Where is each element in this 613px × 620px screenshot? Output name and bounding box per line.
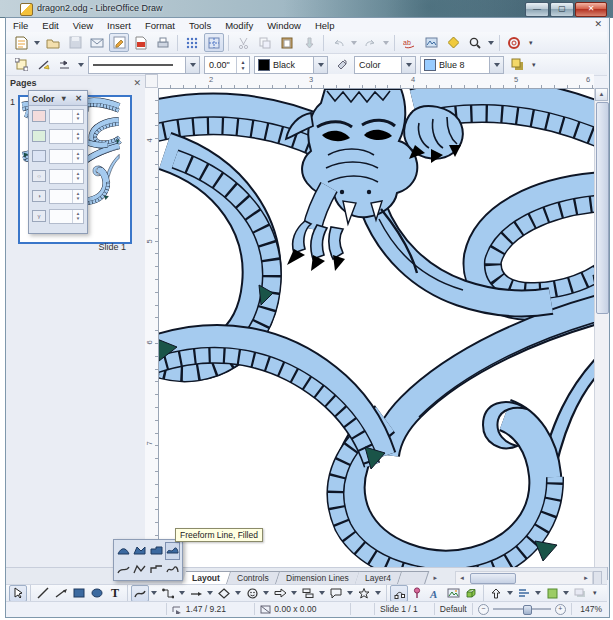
drawing-canvas[interactable]: [158, 88, 594, 567]
color-toolbar-close-icon[interactable]: ✕: [73, 94, 84, 103]
block-arrows-tool-icon[interactable]: [271, 585, 289, 602]
line-style-select[interactable]: [88, 56, 200, 74]
contrast-spinner[interactable]: ▲▼: [49, 189, 84, 204]
green-spinner[interactable]: ▲▼: [49, 129, 84, 144]
zoom-track[interactable]: [493, 608, 551, 610]
vertical-scroll-thumb[interactable]: [596, 102, 609, 314]
vertical-scrollbar[interactable]: ▲ ▼: [594, 88, 608, 580]
block-arrows-dropdown-icon[interactable]: [291, 591, 297, 595]
edit-points-icon[interactable]: [11, 55, 31, 74]
zoom-in-icon[interactable]: +: [555, 604, 566, 615]
color-dropdown-icon[interactable]: [563, 591, 569, 595]
line-arrow-tool-icon[interactable]: [52, 585, 70, 602]
polygon-filled-icon[interactable]: [132, 542, 147, 560]
polygon-45-filled-icon[interactable]: [149, 542, 164, 560]
line-width-spin-arrows[interactable]: ▲▼: [236, 57, 249, 73]
zoom-dropdown-icon[interactable]: [488, 41, 494, 45]
new-document-icon[interactable]: [11, 33, 31, 52]
minimize-button[interactable]: —: [525, 2, 549, 17]
zoom-out-icon[interactable]: −: [478, 604, 489, 615]
arrow-style-dropdown-icon[interactable]: [78, 63, 84, 67]
navigator-icon[interactable]: [443, 33, 463, 52]
from-file-tool-icon[interactable]: [444, 585, 462, 602]
copy-icon[interactable]: [255, 33, 275, 52]
vertical-ruler[interactable]: 4 5 6 7 8: [145, 88, 159, 567]
tab-scroll-right-icon[interactable]: ▸: [433, 571, 437, 585]
snap-lines-icon[interactable]: [204, 33, 224, 52]
close-button[interactable]: ✕: [575, 2, 607, 17]
line-dialog-icon[interactable]: [33, 55, 53, 74]
freeform-line-filled-icon[interactable]: [165, 542, 180, 560]
menu-tools[interactable]: Tools: [182, 20, 218, 31]
arrange-dropdown-icon[interactable]: [535, 591, 541, 595]
status-zoom-cell[interactable]: 147%: [572, 603, 607, 615]
area-style-dropdown-icon[interactable]: [401, 57, 415, 73]
area-fill-dropdown-icon[interactable]: [489, 57, 503, 73]
tab-controls[interactable]: Controls: [227, 571, 280, 585]
redo-icon[interactable]: [360, 33, 380, 52]
fontwork-tool-icon[interactable]: A: [426, 585, 444, 602]
red-spinner[interactable]: ▲▼: [49, 109, 84, 124]
export-pdf-icon[interactable]: [131, 33, 151, 52]
horizontal-scroll-thumb[interactable]: [470, 573, 516, 584]
basic-shapes-dropdown-icon[interactable]: [235, 591, 241, 595]
curve-filled-icon[interactable]: [116, 542, 131, 560]
paste-icon[interactable]: [277, 33, 297, 52]
glue-points-tool-icon[interactable]: [408, 585, 426, 602]
shadow-toggle-icon[interactable]: [507, 55, 527, 74]
ellipse-tool-icon[interactable]: [88, 585, 106, 602]
maximize-button[interactable]: ▢: [550, 2, 574, 17]
connector-tool-icon[interactable]: [159, 585, 177, 602]
flowchart-dropdown-icon[interactable]: [319, 591, 325, 595]
menu-help[interactable]: Help: [308, 20, 342, 31]
spelling-icon[interactable]: ab: [399, 33, 419, 52]
color-toolbar-menu-icon[interactable]: ▾: [60, 94, 68, 103]
curve-icon[interactable]: [116, 561, 131, 579]
line-style-dropdown-icon[interactable]: [185, 57, 199, 73]
toolbar-overflow-icon[interactable]: ▾: [529, 39, 533, 47]
menu-file[interactable]: File: [6, 20, 35, 31]
zoom-icon[interactable]: [465, 33, 485, 52]
tab-layout[interactable]: Layout: [182, 571, 231, 585]
curve-tool-icon[interactable]: [131, 585, 149, 602]
display-grid-icon[interactable]: [182, 33, 202, 52]
connector-dropdown-icon[interactable]: [179, 591, 185, 595]
pages-panel-close-icon[interactable]: ✕: [133, 78, 141, 88]
line-width-spinner[interactable]: 0.00" ▲▼: [204, 56, 250, 74]
scroll-right-icon[interactable]: ►: [580, 575, 592, 581]
scrollbar-splitter[interactable]: [593, 571, 602, 585]
status-style-cell[interactable]: Default: [435, 603, 473, 615]
close-document-icon[interactable]: ✕: [594, 19, 602, 29]
print-icon[interactable]: [153, 33, 173, 52]
open-icon[interactable]: [43, 33, 63, 52]
tab-layer4[interactable]: Layer4: [355, 571, 403, 585]
area-fill-select[interactable]: Blue 8: [420, 56, 504, 74]
undo-icon[interactable]: [328, 33, 348, 52]
menu-edit[interactable]: Edit: [35, 20, 65, 31]
points-tool-icon[interactable]: [390, 585, 408, 602]
line-color-select[interactable]: Black: [254, 56, 328, 74]
text-tool-icon[interactable]: T: [106, 585, 124, 602]
symbol-shapes-tool-icon[interactable]: [243, 585, 261, 602]
scroll-left-icon[interactable]: ◄: [456, 575, 468, 581]
undo-dropdown-icon[interactable]: [351, 41, 357, 45]
horizontal-scrollbar[interactable]: ◄ ►: [455, 571, 593, 585]
stars-dropdown-icon[interactable]: [375, 591, 381, 595]
scroll-up-icon[interactable]: ▲: [595, 88, 608, 101]
gamma-spinner[interactable]: ▲▼: [49, 209, 84, 224]
color-tool-icon[interactable]: [543, 585, 561, 602]
zoom-slider[interactable]: − +: [473, 603, 572, 615]
tab-blank[interactable]: [398, 571, 430, 585]
toolbar2-overflow-icon[interactable]: ▾: [532, 61, 536, 69]
flowchart-tool-icon[interactable]: [299, 585, 317, 602]
drawbar-overflow-icon[interactable]: ▾: [593, 589, 597, 597]
polygon-icon[interactable]: [132, 561, 147, 579]
menu-view[interactable]: View: [66, 20, 100, 31]
align-dropdown-icon[interactable]: [507, 591, 513, 595]
edit-mode-icon[interactable]: [109, 33, 129, 52]
line-color-dropdown-icon[interactable]: [313, 57, 327, 73]
cut-icon[interactable]: [233, 33, 253, 52]
save-icon[interactable]: [65, 33, 85, 52]
arrow-style-icon[interactable]: [55, 55, 75, 74]
rectangle-tool-icon[interactable]: [70, 585, 88, 602]
